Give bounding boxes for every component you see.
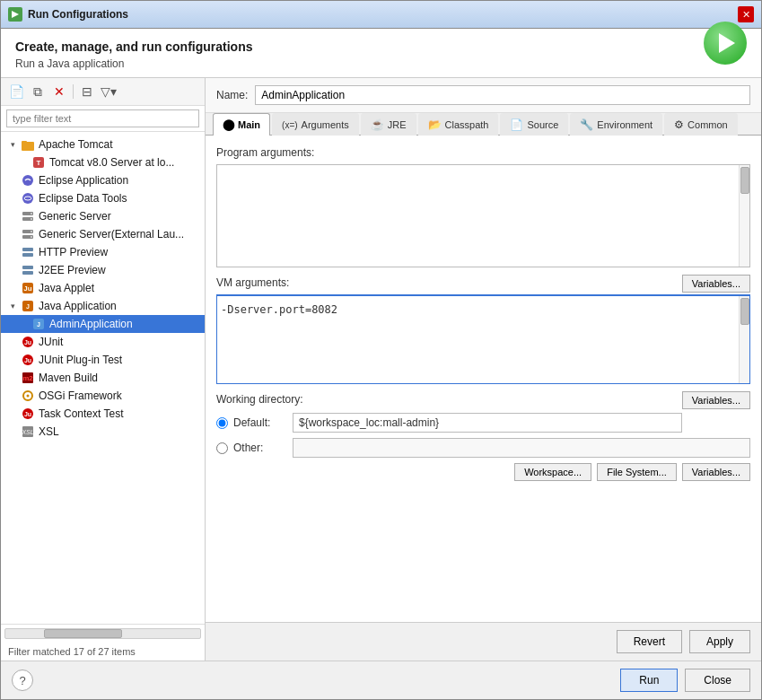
- tab-jre-label: JRE: [388, 119, 407, 130]
- sidebar-item-j2ee-preview[interactable]: J2EE Preview: [1, 261, 205, 279]
- junit-icon: Ju: [21, 335, 35, 349]
- sidebar-item-task-context-test[interactable]: Ju Task Context Test: [1, 405, 205, 423]
- expand-arrow: [8, 409, 17, 418]
- sidebar-item-label: AdminApplication: [49, 318, 133, 330]
- main-content: 📄 ⧉ ✕ ⊟ ▽▾ Apache Tomcat: [1, 78, 761, 661]
- sidebar-item-label: Tomcat v8.0 Server at lo...: [49, 156, 174, 169]
- window-icon: [8, 7, 22, 22]
- sidebar-item-junit[interactable]: Ju JUnit: [1, 333, 205, 351]
- eclipse-data-icon: [21, 191, 35, 206]
- workspace-button[interactable]: Workspace...: [514, 463, 591, 481]
- program-args-container: [216, 164, 750, 267]
- tomcat-icon: T: [31, 155, 46, 170]
- close-button[interactable]: Close: [685, 669, 750, 692]
- default-dir-input[interactable]: [293, 413, 682, 433]
- run-button[interactable]: Run: [620, 669, 678, 692]
- arguments-tab-icon: (x=): [282, 120, 298, 130]
- help-button[interactable]: ?: [12, 669, 33, 691]
- tab-main[interactable]: ⬤ Main: [213, 113, 270, 136]
- new-config-button[interactable]: 📄: [6, 82, 26, 101]
- tab-main-label: Main: [238, 119, 260, 130]
- tab-arguments-label: Arguments: [302, 119, 349, 130]
- sidebar-item-label: Java Applet: [39, 282, 94, 294]
- sidebar-item-apache-tomcat[interactable]: Apache Tomcat: [1, 136, 205, 153]
- expand-arrow: [8, 302, 17, 311]
- vm-args-variables-button[interactable]: Variables...: [682, 391, 750, 409]
- filter-status: Filter matched 17 of 27 items: [1, 643, 205, 661]
- sidebar-item-label: JUnit: [39, 336, 63, 348]
- collapse-button[interactable]: ⊟: [77, 82, 97, 101]
- sidebar-item-maven[interactable]: m2 Maven Build: [1, 369, 205, 387]
- svg-rect-16: [22, 248, 33, 251]
- expand-arrow: [8, 248, 17, 257]
- other-dir-input[interactable]: [293, 438, 750, 458]
- horizontal-scrollbar[interactable]: [4, 628, 201, 639]
- expand-arrow: [8, 212, 17, 221]
- other-radio[interactable]: [216, 442, 228, 454]
- name-input[interactable]: [255, 85, 750, 105]
- close-button[interactable]: ✕: [738, 6, 754, 22]
- sidebar-item-tomcat-v8[interactable]: T Tomcat v8.0 Server at lo...: [1, 153, 205, 171]
- sidebar-item-label: HTTP Preview: [39, 246, 108, 258]
- filter-button[interactable]: ▽▾: [99, 82, 118, 101]
- name-label: Name:: [216, 89, 248, 101]
- sidebar: 📄 ⧉ ✕ ⊟ ▽▾ Apache Tomcat: [1, 78, 206, 661]
- expand-arrow: [8, 266, 17, 275]
- sidebar-item-generic-server-ext[interactable]: Generic Server(External Lau...: [1, 225, 205, 243]
- sidebar-item-label: Eclipse Application: [39, 174, 128, 187]
- tab-common[interactable]: ⚙ Common: [664, 113, 738, 136]
- expand-arrow: [8, 284, 17, 293]
- sidebar-item-admin-application[interactable]: J AdminApplication: [1, 315, 205, 333]
- svg-point-10: [31, 213, 32, 214]
- sidebar-item-label: Generic Server(External Lau...: [39, 228, 184, 241]
- main-tab-icon: ⬤: [223, 118, 234, 131]
- tab-environment[interactable]: 🔧 Environment: [570, 113, 662, 136]
- tab-arguments[interactable]: (x=) Arguments: [272, 113, 359, 136]
- svg-point-5: [22, 175, 33, 186]
- bottom-bar: Revert Apply: [206, 622, 761, 661]
- tab-jre[interactable]: ☕ JRE: [361, 113, 416, 136]
- program-args-variables-button[interactable]: Variables...: [682, 275, 750, 293]
- duplicate-button[interactable]: ⧉: [28, 82, 48, 101]
- tab-source[interactable]: 📄 Source: [500, 113, 568, 136]
- svg-rect-2: [22, 141, 27, 144]
- sidebar-item-xsl[interactable]: XSL XSL: [1, 423, 205, 441]
- expand-arrow: [8, 140, 17, 149]
- environment-tab-icon: 🔧: [580, 118, 593, 131]
- source-tab-icon: 📄: [510, 118, 523, 131]
- sidebar-item-label: Eclipse Data Tools: [39, 192, 127, 205]
- sidebar-item-eclipse-data-tools[interactable]: Eclipse Data Tools: [1, 189, 205, 207]
- apply-button[interactable]: Apply: [689, 630, 750, 653]
- sidebar-item-eclipse-application[interactable]: Eclipse Application: [1, 171, 205, 189]
- play-icon: [719, 33, 735, 53]
- expand-arrow: [8, 391, 17, 400]
- filter-input[interactable]: [6, 109, 199, 127]
- sidebar-item-http-preview[interactable]: HTTP Preview: [1, 243, 205, 261]
- sidebar-item-junit-plugin[interactable]: Ju JUnit Plug-in Test: [1, 351, 205, 369]
- svg-text:m2: m2: [22, 374, 33, 382]
- sidebar-toolbar: 📄 ⧉ ✕ ⊟ ▽▾: [1, 78, 205, 106]
- sidebar-item-java-applet[interactable]: Ju Java Applet: [1, 279, 205, 297]
- run-icon-button[interactable]: [704, 22, 747, 65]
- sidebar-item-java-application[interactable]: J Java Application: [1, 297, 205, 315]
- delete-button[interactable]: ✕: [49, 82, 69, 101]
- revert-button[interactable]: Revert: [617, 630, 682, 653]
- sidebar-item-osgi[interactable]: OSGi Framework: [1, 387, 205, 405]
- http-icon: [21, 245, 35, 259]
- program-args-textarea[interactable]: [217, 165, 749, 264]
- expand-arrow: [8, 373, 17, 382]
- tab-source-label: Source: [527, 119, 558, 130]
- vm-args-textarea[interactable]: -Dserver.port=8082: [217, 300, 749, 381]
- svg-text:Ju: Ju: [23, 284, 31, 293]
- sidebar-item-label: Java Application: [39, 300, 117, 312]
- sidebar-item-generic-server[interactable]: Generic Server: [1, 207, 205, 225]
- svg-text:Ju: Ju: [24, 339, 31, 346]
- header-title: Create, manage, and run configurations: [15, 39, 253, 54]
- variables-button[interactable]: Variables...: [682, 463, 750, 481]
- filter-box: [1, 106, 205, 132]
- tab-classpath[interactable]: 📂 Classpath: [418, 113, 499, 136]
- vm-args-container: -Dserver.port=8082: [216, 294, 750, 384]
- default-radio[interactable]: [216, 417, 228, 429]
- expand-arrow: [8, 337, 17, 346]
- filesystem-button[interactable]: File System...: [597, 463, 677, 481]
